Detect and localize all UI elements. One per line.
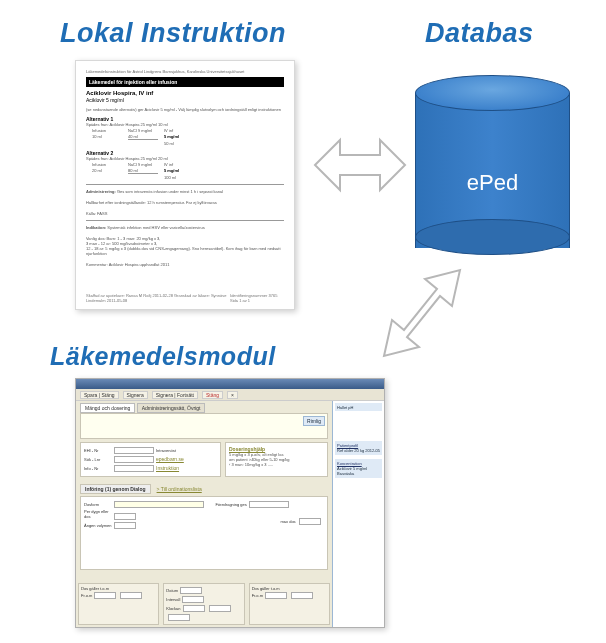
module-titlebar xyxy=(76,379,384,389)
panel-detail-left: EHI - NrIntravenöst Sök - Lnrepedbarn.se… xyxy=(80,442,221,477)
doc-alt1-row: 50 ml xyxy=(92,141,284,146)
link-till-ordinationslista[interactable]: > Till ordinationslista xyxy=(157,486,202,492)
doc-intro: (se nedanstående alternativ) ger Aciclov… xyxy=(86,107,284,112)
field-from[interactable] xyxy=(94,592,116,599)
toolbar-signera[interactable]: Signera xyxy=(123,391,148,399)
link-instruktion[interactable]: Instruktion xyxy=(156,465,179,471)
field-ehid[interactable] xyxy=(114,447,154,454)
lbl-sok: Sök - Lnr xyxy=(84,457,112,462)
tab-dosering[interactable]: Mängd och dosering xyxy=(80,403,135,413)
lbl-ange-volym: Ången volymen xyxy=(84,523,112,528)
document-instruction-thumbnail: Läkemedelsinstruktion för Astrid Lindgre… xyxy=(75,60,295,310)
doc-alt2-row: 20 ml80 ml5 mg/ml xyxy=(92,168,284,174)
doc-alt1-row: 10 ml40 ml5 mg/ml xyxy=(92,134,284,140)
field-klockan-3[interactable] xyxy=(168,614,190,621)
database-label: ePed xyxy=(415,170,570,196)
heading-lakemedelsmodul: Läkemedelsmodul xyxy=(50,342,276,371)
side-profil: Patientprofil Ref ålder 20 kg 2012-05 xyxy=(335,441,382,455)
field-dosform[interactable] xyxy=(114,501,204,508)
lbl-ehid: EHI - Nr xyxy=(84,448,112,453)
arrow-diagonal-bidirectional xyxy=(384,270,460,356)
doc-alt1-row: InfusionNaCl 9 mg/mlIV inf xyxy=(92,128,284,133)
field-info[interactable] xyxy=(114,465,154,472)
lbl-intervall: Intervall xyxy=(166,597,180,602)
field-per-dygn[interactable] xyxy=(114,513,136,520)
panel-dosering: Dosform Föredragning ges Per dygn eller … xyxy=(80,496,328,570)
database-cylinder: ePed xyxy=(415,75,570,255)
lbl-datum: Datum xyxy=(166,588,178,593)
module-toolbar: Spara | Stäng Signera Signera | Fortsätt… xyxy=(76,389,384,401)
field-from-2-time[interactable] xyxy=(291,592,313,599)
link-epedbarn[interactable]: epedbarn.se xyxy=(156,456,184,462)
field-maxdos[interactable] xyxy=(299,518,321,525)
field-klockan-1[interactable] xyxy=(183,605,205,612)
side-halt: Hållet pH xyxy=(335,403,382,411)
doc-black-bar: Läkemedel för injektion eller infusion xyxy=(86,77,284,87)
field-from-2[interactable] xyxy=(265,592,287,599)
doc-alt2-row: InfusionNaCl 9 mg/mlIV inf xyxy=(92,162,284,167)
lbl-klockan: Klockan xyxy=(166,606,180,611)
lbl-maxdos: max dos xyxy=(280,519,295,524)
doc-alt1-desc: Spädes från: Aciklovir Hospira 25 mg/ml … xyxy=(86,122,284,127)
field-ange-volym[interactable] xyxy=(114,522,136,529)
toolbar-signera-fortsatt[interactable]: Signera | Fortsätt xyxy=(152,391,198,399)
side-beredning: Aciklovir 5 mg/ml Basväska xyxy=(337,466,380,476)
doc-admin-text: Ges som intravenös infusion under minst … xyxy=(117,189,223,194)
doc-drug-title: Aciklovir Hospira, IV inf xyxy=(86,90,284,96)
side-koncentration: Koncentration Aciklovir 5 mg/ml Basväska xyxy=(335,459,382,478)
lbl-from: Fr.o.m xyxy=(81,593,92,598)
lbl-per-dygn: Per dygn eller dos xyxy=(84,509,112,519)
field-sok[interactable] xyxy=(114,456,154,463)
doc-indikation-title: Indikation: xyxy=(86,225,106,230)
doc-indikation-text: Systemisk infektion med HSV eller varice… xyxy=(107,225,204,230)
panel-top: Rimlig xyxy=(80,413,328,439)
rimlig-button[interactable]: Rimlig xyxy=(303,416,325,426)
panel-bottom-row: Dos gäller t.o.m Fr.o.m Datum Intervall … xyxy=(78,583,330,625)
lbl-info: Info - Nr xyxy=(84,466,112,471)
lbl-from-2: Fr.o.m xyxy=(252,593,263,598)
doc-admin-title: Administrering: xyxy=(86,189,116,194)
doc-footer-right: Identifieringsnummer 3765 Sida 1 av 1 xyxy=(230,293,284,303)
field-intervall[interactable] xyxy=(182,596,204,603)
doc-kalla: Källa: FASS xyxy=(86,211,284,216)
arrow-horizontal-bidirectional xyxy=(315,140,405,190)
panel-inforing-title: Införing (1) genom Dialog xyxy=(80,484,151,494)
lbl-foredragning: Föredragning ges xyxy=(215,502,246,507)
field-datum[interactable] xyxy=(180,587,202,594)
doc-header-small: Läkemedelsinstruktion för Astrid Lindgre… xyxy=(86,69,284,74)
field-from-time[interactable] xyxy=(120,592,142,599)
doc-dos-line: 12 - 18 år: 5 mg/kg x 3 (dubbla dos vid … xyxy=(86,246,284,256)
module-screenshot: Spara | Stäng Signera Signera | Fortsätt… xyxy=(75,378,385,628)
toolbar-spara-stang[interactable]: Spara | Stäng xyxy=(80,391,119,399)
module-sidebar: Hållet pH Patientprofil Ref ålder 20 kg … xyxy=(332,401,384,627)
field-klockan-2[interactable] xyxy=(209,605,231,612)
lbl-dosform: Dosform xyxy=(84,502,112,507)
doc-kommentar: Kommentar: Aciklovir Hospira upphandlat … xyxy=(86,262,284,267)
toolbar-makuler[interactable]: × xyxy=(227,391,238,399)
doc-alt2-desc: Spädes från: Aciklovir Hospira 25 mg/ml … xyxy=(86,156,284,161)
module-main: Mängd och dosering Administreringssätt, … xyxy=(76,401,332,627)
tab-admsatt[interactable]: Administreringssätt, Övrigt xyxy=(137,403,206,413)
heading-databas: Databas xyxy=(425,18,534,49)
doc-drug-sub: Aciklovir 5 mg/ml xyxy=(86,97,284,103)
field-foredragning[interactable] xyxy=(249,501,289,508)
doc-footer-left: Skaffad av apotekare: Ranaa M Rafij 2011… xyxy=(86,293,230,303)
toolbar-stang[interactable]: Stäng xyxy=(202,391,223,399)
heading-lokal-instruktion: Lokal Instruktion xyxy=(60,18,286,49)
doc-alt2-row: 100 ml xyxy=(92,175,284,180)
panel-detail-right: Doseringshjälp 5 mg/kg x 3 p.o/iv, alt e… xyxy=(225,442,328,477)
